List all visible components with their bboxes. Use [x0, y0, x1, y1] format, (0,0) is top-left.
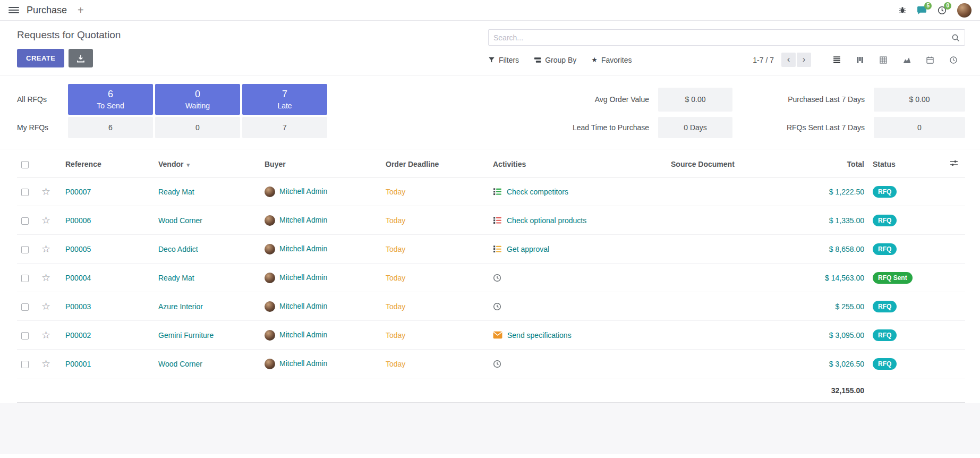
action-buttons: CREATE	[17, 49, 488, 67]
favorite-star-icon[interactable]: ☆	[41, 186, 50, 197]
search-input[interactable]	[493, 33, 951, 42]
favorite-star-icon[interactable]: ☆	[41, 358, 50, 369]
favorite-star-icon[interactable]: ☆	[41, 215, 50, 226]
header-reference[interactable]: Reference	[61, 149, 154, 177]
export-button[interactable]	[69, 49, 93, 67]
reference-link[interactable]: P00002	[65, 331, 91, 340]
search-icon[interactable]	[951, 33, 960, 42]
table-row[interactable]: ☆ P00005 Deco Addict Mitchell Admin Toda…	[17, 235, 965, 264]
total-amount: $ 1,335.00	[829, 216, 864, 225]
favorites-button[interactable]: ★ Favorites	[591, 56, 632, 64]
activity-clock-icon[interactable]	[493, 274, 501, 282]
activity-label[interactable]: Check optional products	[507, 216, 586, 225]
vendor-link[interactable]: Gemini Furniture	[158, 331, 214, 340]
activity-list-icon[interactable]	[493, 187, 502, 196]
to-send-card[interactable]: 6 To Send	[68, 84, 153, 115]
header-status[interactable]: Status	[868, 149, 945, 177]
row-checkbox[interactable]	[21, 189, 29, 196]
reference-link[interactable]: P00006	[65, 216, 91, 225]
row-checkbox[interactable]	[21, 303, 29, 311]
header-buyer[interactable]: Buyer	[260, 149, 381, 177]
reference-link[interactable]: P00007	[65, 188, 91, 196]
vendor-link[interactable]: Wood Corner	[158, 216, 202, 225]
activity-clock-icon[interactable]	[493, 302, 501, 311]
buyer-name[interactable]: Mitchell Admin	[279, 359, 327, 367]
vendor-link[interactable]: Ready Mat	[158, 274, 194, 282]
table-row[interactable]: ☆ P00001 Wood Corner Mitchell Admin Toda…	[17, 350, 965, 378]
reference-link[interactable]: P00003	[65, 302, 91, 311]
buyer-name[interactable]: Mitchell Admin	[279, 244, 327, 252]
pager-previous-button[interactable]: ‹	[781, 53, 796, 67]
activity-mail-icon[interactable]	[493, 331, 502, 339]
reference-link[interactable]: P00001	[65, 360, 91, 368]
favorite-star-icon[interactable]: ☆	[41, 329, 50, 341]
buyer-name[interactable]: Mitchell Admin	[279, 186, 327, 195]
pivot-view-button[interactable]	[872, 53, 895, 67]
favorite-star-icon[interactable]: ☆	[41, 272, 50, 283]
select-all-checkbox[interactable]	[21, 161, 29, 168]
activity-label[interactable]: Check competitors	[507, 188, 568, 196]
plus-icon[interactable]: +	[78, 4, 84, 16]
my-late-count[interactable]: 7	[242, 117, 327, 138]
favorite-star-icon[interactable]: ☆	[41, 243, 50, 255]
header-order-deadline[interactable]: Order Deadline	[381, 149, 489, 177]
header-total[interactable]: Total	[770, 149, 868, 177]
table-row[interactable]: ☆ P00007 Ready Mat Mitchell Admin Today …	[17, 177, 965, 206]
all-rfqs-label: All RFQs	[17, 95, 66, 104]
source-document	[667, 350, 770, 378]
favorite-star-icon[interactable]: ☆	[41, 301, 50, 312]
list-view-button[interactable]	[825, 53, 848, 67]
pager-next-button[interactable]: ›	[797, 53, 811, 67]
debug-bug-icon[interactable]	[899, 6, 906, 14]
table-row[interactable]: ☆ P00003 Azure Interior Mitchell Admin T…	[17, 292, 965, 321]
activity-label[interactable]: Get approval	[507, 245, 549, 253]
activity-label[interactable]: Send specifications	[507, 331, 572, 340]
apps-menu-icon[interactable]	[8, 7, 19, 13]
buyer-name[interactable]: Mitchell Admin	[279, 301, 327, 310]
row-checkbox[interactable]	[21, 275, 29, 282]
row-checkbox[interactable]	[21, 332, 29, 340]
app-name-purchase[interactable]: Purchase	[27, 5, 67, 16]
user-avatar[interactable]	[957, 3, 972, 18]
header-activities[interactable]: Activities	[489, 149, 667, 177]
header-vendor[interactable]: Vendor▾	[154, 149, 260, 177]
row-checkbox[interactable]	[21, 361, 29, 368]
late-card[interactable]: 7 Late	[242, 84, 327, 115]
waiting-card[interactable]: 0 Waiting	[155, 84, 240, 115]
list-view-icon	[832, 55, 841, 64]
activity-view-button[interactable]	[942, 53, 965, 67]
table-row[interactable]: ☆ P00006 Wood Corner Mitchell Admin Toda…	[17, 206, 965, 235]
buyer-name[interactable]: Mitchell Admin	[279, 330, 327, 338]
row-checkbox[interactable]	[21, 217, 29, 225]
vendor-link[interactable]: Deco Addict	[158, 245, 198, 253]
group-by-button[interactable]: Group By	[534, 56, 576, 64]
activity-clock-icon[interactable]	[493, 360, 501, 368]
vendor-link[interactable]: Wood Corner	[158, 360, 202, 368]
filters-button[interactable]: Filters	[488, 56, 519, 64]
rfq-counters: All RFQs 6 To Send 0 Waiting 7 Late My R…	[17, 84, 327, 138]
kanban-view-button[interactable]	[848, 53, 872, 67]
vendor-link[interactable]: Ready Mat	[158, 188, 194, 196]
table-row[interactable]: ☆ P00002 Gemini Furniture Mitchell Admin…	[17, 321, 965, 350]
optional-columns-button[interactable]	[945, 149, 965, 177]
messages-icon[interactable]: 5	[917, 6, 927, 15]
row-checkbox[interactable]	[21, 246, 29, 253]
table-row[interactable]: ☆ P00004 Ready Mat Mitchell Admin Today …	[17, 264, 965, 292]
buyer-name[interactable]: Mitchell Admin	[279, 273, 327, 281]
reference-link[interactable]: P00004	[65, 274, 91, 282]
activity-list-icon[interactable]	[493, 216, 502, 225]
reference-link[interactable]: P00005	[65, 245, 91, 253]
calendar-view-button[interactable]	[918, 53, 942, 67]
my-waiting-count[interactable]: 0	[155, 117, 240, 138]
header-source-document[interactable]: Source Document	[667, 149, 770, 177]
activities-clock-icon[interactable]: 0	[938, 6, 947, 15]
my-to-send-count[interactable]: 6	[68, 117, 153, 138]
buyer-name[interactable]: Mitchell Admin	[279, 215, 327, 224]
graph-view-button[interactable]	[895, 53, 918, 67]
graph-view-icon	[902, 55, 911, 64]
vendor-link[interactable]: Azure Interior	[158, 302, 203, 311]
create-button[interactable]: CREATE	[17, 49, 64, 67]
buyer-avatar	[265, 359, 275, 369]
activity-list-icon[interactable]	[493, 244, 502, 253]
purchased-last-7-days: $ 0.00	[874, 88, 965, 112]
